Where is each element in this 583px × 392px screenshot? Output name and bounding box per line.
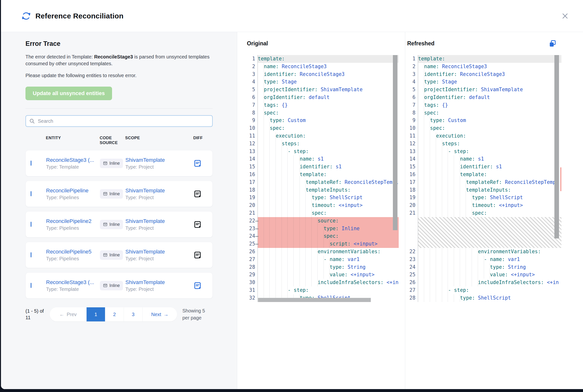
error-trace-heading: Error Trace xyxy=(25,40,213,48)
original-panel-title: Original xyxy=(247,40,268,47)
column-code-source: CODE SOURCE xyxy=(100,136,125,145)
code-source-badge: Inline xyxy=(100,189,123,199)
code-line: 25—script: <+input> xyxy=(247,240,399,248)
copy-icon[interactable] xyxy=(549,40,557,48)
update-all-unsynced-entities-button[interactable]: Update all unsynced entities xyxy=(25,86,112,100)
code-line: 2name: ReconcileStage3 xyxy=(407,63,562,70)
prev-page-button[interactable]: ← Prev xyxy=(50,307,86,322)
scope-link[interactable]: ShivamTemplate xyxy=(125,188,177,194)
page-button-2[interactable]: 2 xyxy=(105,307,124,322)
diff-overview-marker xyxy=(560,168,562,191)
row-checkbox[interactable] xyxy=(30,160,31,166)
repository-icon xyxy=(103,222,107,226)
diff-panels: Original 1template:2name: ReconcileStage… xyxy=(237,32,583,389)
code-line: 29value: <+input> xyxy=(247,271,399,279)
repository-icon xyxy=(103,192,107,196)
entity-type-label: Type: Pipelines xyxy=(46,256,100,262)
code-line: 22environmentVariables: xyxy=(407,248,562,256)
code-line: 8spec: xyxy=(247,109,399,117)
vertical-scrollbar[interactable] xyxy=(554,55,559,238)
repository-icon xyxy=(103,161,107,166)
table-header: ENTITY CODE SOURCE SCOPE DIFF xyxy=(25,136,213,145)
next-page-button[interactable]: Next → xyxy=(143,307,177,322)
search-icon xyxy=(29,118,35,124)
page-button-1[interactable]: 1 xyxy=(86,307,105,322)
code-line: 23- name: var1 xyxy=(407,256,562,264)
diff-note-icon[interactable] xyxy=(193,220,202,229)
error-trace-description: The error detected in Template: Reconcil… xyxy=(25,53,213,67)
row-checkbox[interactable] xyxy=(30,252,31,257)
entity-type-label: Type: Pipelines xyxy=(46,225,100,231)
code-line: 28type: String xyxy=(247,264,399,271)
code-line: 31- step: xyxy=(247,286,399,294)
original-panel: Original 1template:2name: ReconcileStage… xyxy=(237,32,405,389)
code-line: 14name: s1 xyxy=(247,155,399,163)
code-line: 24—spec: xyxy=(247,232,399,240)
pager: ← Prev 123 Next → xyxy=(50,307,177,322)
code-line: 16template: xyxy=(247,171,399,178)
close-icon[interactable] xyxy=(561,12,569,20)
dialog-header: Reference Reconciliation xyxy=(1,0,583,32)
search-box xyxy=(25,115,213,127)
row-checkbox[interactable] xyxy=(30,222,31,227)
horizontal-scrollbar[interactable] xyxy=(258,298,371,302)
code-line: 26environmentVariables: xyxy=(247,248,399,256)
code-line: 11execution: xyxy=(407,132,562,140)
code-line: 4type: Stage xyxy=(407,78,562,86)
entity-type-label: Type: Pipelines xyxy=(46,195,100,200)
scope-link[interactable]: ShivamTemplate xyxy=(125,249,177,255)
code-line: 4type: Stage xyxy=(247,78,399,86)
diff-note-icon[interactable] xyxy=(193,190,202,198)
code-line: 3identifier: ReconcileStage3 xyxy=(407,70,562,78)
code-line: 17templateRef: ReconcileStepTempl xyxy=(407,178,562,186)
scope-type-label: Type: Project xyxy=(125,195,193,200)
entity-type-label: Type: Template xyxy=(46,286,100,292)
code-line: 25value: <+input> xyxy=(407,271,562,279)
scope-link[interactable]: ShivamTemplate xyxy=(125,218,177,224)
diff-note-icon[interactable] xyxy=(193,250,202,260)
code-line: 7tags: {} xyxy=(247,102,399,109)
entity-link[interactable]: ReconcilePipeline5 xyxy=(46,249,98,255)
entity-link[interactable]: ReconcilePipeline2 xyxy=(46,218,98,224)
code-line: 6orgIdentifier: default xyxy=(407,94,562,102)
pagination: (1 - 5) of 11 ← Prev 123 Next → Showing … xyxy=(25,307,213,322)
scope-link[interactable]: ShivamTemplate xyxy=(125,157,177,163)
code-line: 20timeout: <+input> xyxy=(407,202,562,209)
code-line: 12steps: xyxy=(247,140,399,148)
diff-note-icon[interactable] xyxy=(193,159,202,168)
entity-link[interactable]: ReconcileStage3 (... xyxy=(46,157,98,163)
code-source-badge: Inline xyxy=(100,250,123,260)
code-line: 5projectIdentifier: ShivamTemplate xyxy=(407,86,562,94)
code-line: 24type: String xyxy=(407,264,562,271)
code-line: 1template: xyxy=(247,55,399,63)
page-button-3[interactable]: 3 xyxy=(124,307,143,322)
search-input[interactable] xyxy=(37,118,209,124)
diff-collapsed-gap xyxy=(407,217,562,248)
code-line: 19type: ShellScript xyxy=(407,194,562,202)
entity-link[interactable]: ReconcilePipeline xyxy=(46,188,98,194)
code-line: 5projectIdentifier: ShivamTemplate xyxy=(247,86,399,94)
refreshed-code-editor: 1template:2name: ReconcileStage33identif… xyxy=(407,55,562,302)
scope-link[interactable]: ShivamTemplate xyxy=(125,279,177,286)
entity-type-label: Type: Template xyxy=(46,164,100,170)
code-line: 23—type: Inline xyxy=(247,225,399,233)
row-checkbox[interactable] xyxy=(30,283,31,288)
code-line: 15identifier: s1 xyxy=(407,163,562,171)
code-line: 17templateRef: ReconcileStepTempl xyxy=(247,178,399,186)
code-line: 8spec: xyxy=(407,109,562,117)
entity-link[interactable]: ReconcileStage3 (... xyxy=(46,279,98,286)
code-source-badge: Inline xyxy=(100,220,123,229)
row-checkbox[interactable] xyxy=(30,191,31,196)
diff-note-icon[interactable] xyxy=(193,281,202,290)
refresh-icon xyxy=(21,11,31,21)
divider xyxy=(25,108,213,109)
dialog-title: Reference Reconciliation xyxy=(35,12,123,20)
repository-icon xyxy=(103,283,107,288)
error-trace-panel: Error Trace The error detected in Templa… xyxy=(1,32,237,389)
refreshed-panel-title: Refreshed xyxy=(407,40,434,47)
code-line: 26includeInfraSelectors: <+in xyxy=(407,279,562,286)
error-template-name: ReconcileStage3 xyxy=(94,54,133,60)
vertical-scrollbar[interactable] xyxy=(393,55,398,230)
error-trace-instruction: Please update the following entities to … xyxy=(25,72,213,79)
table-row: ReconcilePipeline2 Type: Pipelines Inlin… xyxy=(25,211,213,238)
